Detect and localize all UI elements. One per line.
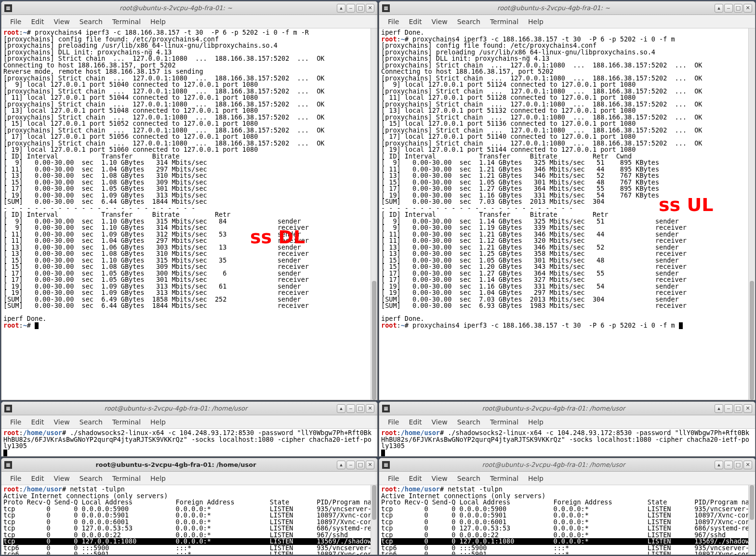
maximize-button[interactable]: □ [356, 461, 365, 469]
menu-edit[interactable]: Edit [404, 416, 426, 428]
scrollbar[interactable] [748, 485, 755, 555]
menu-terminal[interactable]: Terminal [485, 473, 523, 484]
scrollbar[interactable] [748, 28, 755, 400]
shade-button[interactable]: ▴ [337, 4, 345, 13]
menu-terminal[interactable]: Terminal [485, 16, 523, 27]
titlebar[interactable]: ▦ root@ubuntu-s-2vcpu-4gb-fra-01: /home/… [1, 402, 377, 415]
scrollbar-thumb[interactable] [372, 485, 376, 520]
menubar: File Edit View Search Terminal Help [379, 15, 755, 28]
menu-view[interactable]: View [49, 16, 75, 27]
menu-view[interactable]: View [49, 473, 75, 484]
terminal-window-top-right: ▦ root@ubuntu-s-2vcpu-4gb-fra-01: ~ ▴ ‒ … [379, 1, 756, 400]
minimize-button[interactable]: ‒ [346, 404, 355, 413]
close-button[interactable]: ✕ [743, 404, 752, 413]
maximize-button[interactable]: □ [356, 404, 365, 413]
minimize-button[interactable]: ‒ [346, 4, 355, 13]
terminal-window-mid-left: ▦ root@ubuntu-s-2vcpu-4gb-fra-01: /home/… [1, 401, 378, 457]
scrollbar-thumb[interactable] [750, 485, 754, 520]
menu-search[interactable]: Search [75, 416, 107, 428]
menu-help[interactable]: Help [523, 16, 548, 27]
menu-search[interactable]: Search [452, 473, 485, 484]
menu-search[interactable]: Search [75, 473, 107, 484]
menu-file[interactable]: File [5, 16, 26, 27]
close-button[interactable]: ✕ [743, 4, 752, 13]
window-title: root@ubuntu-s-2vcpu-4gb-fra-01: ~ [15, 4, 337, 12]
titlebar[interactable]: ▦ root@ubuntu-s-2vcpu-4gb-fra-01: ~ ▴ ‒ … [379, 1, 755, 15]
titlebar[interactable]: ▦ root@ubuntu-s-2vcpu-4gb-fra-01: /home/… [379, 458, 755, 472]
close-button[interactable]: ✕ [366, 404, 374, 413]
terminal-icon: ▦ [4, 405, 12, 412]
menu-view[interactable]: View [427, 416, 452, 428]
window-controls: ▴ ‒ □ ✕ [715, 4, 752, 13]
menu-edit[interactable]: Edit [404, 473, 426, 484]
terminal-output[interactable]: root:/home/usor# netstat -tulpn Active I… [1, 485, 377, 555]
minimize-button[interactable]: ‒ [724, 4, 733, 13]
menu-view[interactable]: View [427, 16, 452, 27]
titlebar[interactable]: ▦ root@ubuntu-s-2vcpu-4gb-fra-01: /home/… [379, 402, 755, 415]
shade-button[interactable]: ▴ [715, 404, 723, 413]
terminal-icon: ▦ [4, 4, 12, 12]
titlebar[interactable]: ▦ root@ubuntu-s-2vcpu-4gb-fra-01: /home/… [1, 458, 377, 472]
shade-button[interactable]: ▴ [337, 404, 345, 413]
maximize-button[interactable]: □ [734, 4, 743, 13]
maximize-button[interactable]: □ [734, 461, 743, 469]
menu-file[interactable]: File [5, 473, 26, 484]
scrollbar[interactable] [371, 485, 377, 555]
menu-edit[interactable]: Edit [26, 16, 49, 27]
scrollbar[interactable] [371, 28, 377, 400]
terminal-icon: ▦ [382, 461, 390, 469]
menu-edit[interactable]: Edit [404, 16, 426, 27]
menu-edit[interactable]: Edit [26, 473, 49, 484]
close-button[interactable]: ✕ [366, 4, 374, 13]
terminal-output[interactable]: iperf Done. root:~# proxychains4 iperf3 … [379, 28, 755, 400]
scrollbar-thumb[interactable] [750, 281, 754, 400]
shade-button[interactable]: ▴ [337, 461, 345, 469]
terminal-icon: ▦ [4, 461, 12, 469]
menubar: File Edit View Search Terminal Help [1, 472, 377, 485]
terminal-icon: ▦ [382, 4, 390, 12]
menu-terminal[interactable]: Terminal [107, 16, 146, 27]
menubar: File Edit View Search Terminal Help [1, 415, 377, 429]
close-button[interactable]: ✕ [743, 461, 752, 469]
terminal-window-mid-right: ▦ root@ubuntu-s-2vcpu-4gb-fra-01: /home/… [379, 401, 756, 457]
menu-search[interactable]: Search [452, 416, 485, 428]
shade-button[interactable]: ▴ [715, 4, 723, 13]
menu-file[interactable]: File [5, 416, 26, 428]
menu-terminal[interactable]: Terminal [485, 416, 523, 428]
shade-button[interactable]: ▴ [715, 461, 723, 469]
terminal-output[interactable]: root:~# proxychains4 iperf3 -c 188.166.3… [1, 28, 377, 400]
menu-file[interactable]: File [383, 16, 404, 27]
terminal-window-bot-right: ▦ root@ubuntu-s-2vcpu-4gb-fra-01: /home/… [379, 458, 756, 555]
window-title: root@ubuntu-s-2vcpu-4gb-fra-01: /home/us… [15, 461, 337, 468]
menu-search[interactable]: Search [75, 16, 107, 27]
menu-search[interactable]: Search [452, 16, 485, 27]
close-button[interactable]: ✕ [366, 461, 374, 469]
terminal-output[interactable]: root:/home/usor# ./shadowsocks2-linux-x6… [379, 429, 755, 456]
window-title: root@ubuntu-s-2vcpu-4gb-fra-01: /home/us… [393, 461, 715, 468]
menu-help[interactable]: Help [523, 473, 548, 484]
maximize-button[interactable]: □ [734, 404, 743, 413]
menu-help[interactable]: Help [146, 473, 171, 484]
maximize-button[interactable]: □ [356, 4, 365, 13]
scrollbar-thumb[interactable] [372, 281, 376, 400]
menu-file[interactable]: File [383, 416, 404, 428]
menu-edit[interactable]: Edit [26, 416, 49, 428]
menu-terminal[interactable]: Terminal [107, 473, 146, 484]
menubar: File Edit View Search Terminal Help [379, 472, 755, 485]
menu-help[interactable]: Help [146, 416, 171, 428]
minimize-button[interactable]: ‒ [346, 461, 355, 469]
menu-terminal[interactable]: Terminal [107, 416, 146, 428]
window-title: root@ubuntu-s-2vcpu-4gb-fra-01: ~ [393, 4, 715, 12]
menu-view[interactable]: View [49, 416, 75, 428]
titlebar[interactable]: ▦ root@ubuntu-s-2vcpu-4gb-fra-01: ~ ▴ ‒ … [1, 1, 377, 15]
terminal-output[interactable]: root:/home/usor# ./shadowsocks2-linux-x6… [1, 429, 377, 456]
minimize-button[interactable]: ‒ [724, 461, 733, 469]
minimize-button[interactable]: ‒ [724, 404, 733, 413]
menu-view[interactable]: View [427, 473, 452, 484]
terminal-window-bot-left: ▦ root@ubuntu-s-2vcpu-4gb-fra-01: /home/… [1, 458, 378, 555]
menu-help[interactable]: Help [523, 416, 548, 428]
menu-file[interactable]: File [383, 473, 404, 484]
window-controls: ▴ ‒ □ ✕ [715, 404, 752, 413]
terminal-output[interactable]: root:/home/usor# netstat -tulpn Active I… [379, 485, 755, 555]
menu-help[interactable]: Help [146, 16, 171, 27]
